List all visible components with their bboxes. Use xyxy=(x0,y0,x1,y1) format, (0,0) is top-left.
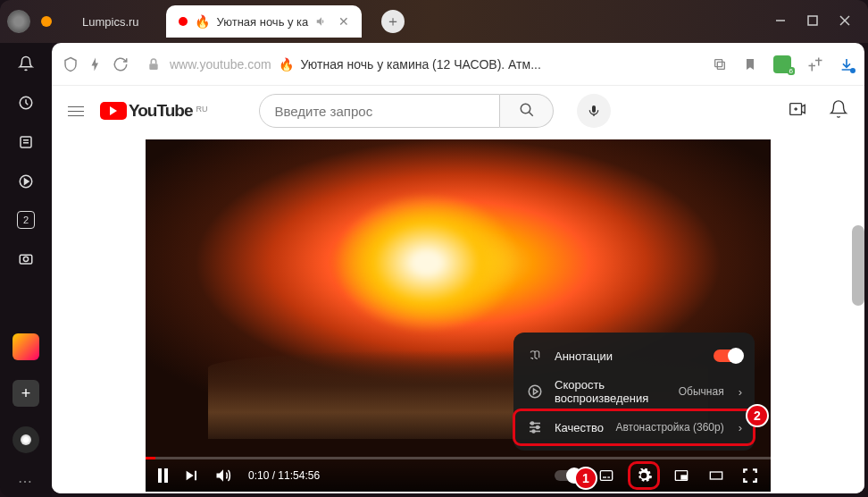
tab-title: Уютная ночь у ка xyxy=(217,15,309,29)
more-icon[interactable]: ⋯ xyxy=(18,473,34,490)
svg-rect-25 xyxy=(600,471,612,481)
pause-button[interactable] xyxy=(158,468,168,483)
volume-button[interactable] xyxy=(214,467,232,484)
collections-icon[interactable]: 2 xyxy=(17,211,35,229)
media-icon[interactable] xyxy=(16,172,36,191)
maximize-button[interactable] xyxy=(807,13,818,29)
menu-label: Качество xyxy=(555,421,605,434)
subtitles-button[interactable] xyxy=(597,468,615,483)
ya-logo-icon[interactable] xyxy=(88,56,104,72)
shield-icon[interactable] xyxy=(63,56,79,72)
svg-rect-30 xyxy=(710,472,722,479)
svg-line-15 xyxy=(529,112,533,116)
tab-title: Lumpics.ru xyxy=(82,15,139,29)
fire-emoji-icon: 🔥 xyxy=(279,57,294,72)
lock-icon[interactable] xyxy=(146,57,161,72)
search-form xyxy=(259,94,554,128)
address-bar: www.youtube.com 🔥 Уютная ночь у камина (… xyxy=(52,43,864,86)
svg-rect-11 xyxy=(149,63,157,70)
quality-icon xyxy=(526,419,544,435)
fire-favicon: 🔥 xyxy=(195,14,210,29)
menu-label: Скорость воспроизведения xyxy=(555,378,668,405)
region-label: RU xyxy=(196,105,207,114)
annotations-icon xyxy=(526,350,544,362)
settings-button[interactable] xyxy=(631,465,656,486)
url-display[interactable]: www.youtube.com 🔥 Уютная ночь у камина (… xyxy=(170,57,541,72)
downloads-icon[interactable] xyxy=(839,57,854,72)
svg-rect-1 xyxy=(808,16,817,25)
window-controls xyxy=(775,13,861,29)
time-display: 0:10 / 11:54:56 xyxy=(248,469,320,482)
browser-tab-active[interactable]: 🔥 Уютная ночь у ка ✕ xyxy=(166,5,363,38)
page-title: Уютная ночь у камина (12 ЧАСОВ). Атм... xyxy=(301,57,541,72)
search-input[interactable] xyxy=(259,94,500,128)
add-shortcut-button[interactable]: + xyxy=(13,380,39,407)
status-dot xyxy=(41,16,52,27)
news-icon[interactable] xyxy=(16,132,36,152)
youtube-header: YouTube RU xyxy=(52,86,864,136)
miniplayer-button[interactable] xyxy=(672,468,690,483)
url-domain: www.youtube.com xyxy=(170,57,271,72)
browser-tab-inactive[interactable]: Lumpics.ru xyxy=(70,5,152,38)
create-button[interactable] xyxy=(788,99,807,122)
close-window-button[interactable] xyxy=(839,13,850,29)
browser-viewport: www.youtube.com 🔥 Уютная ночь у камина (… xyxy=(52,43,864,493)
svg-rect-13 xyxy=(715,59,722,66)
speed-icon xyxy=(526,383,544,400)
notifications-icon[interactable] xyxy=(16,54,36,73)
bookmark-icon[interactable] xyxy=(743,57,757,72)
history-icon[interactable] xyxy=(16,93,36,113)
menu-label: Аннотации xyxy=(555,350,703,363)
tab-close-icon[interactable]: ✕ xyxy=(338,14,349,29)
voice-search-button[interactable] xyxy=(577,94,611,128)
theater-button[interactable] xyxy=(706,468,726,483)
menu-icon[interactable] xyxy=(68,103,84,120)
fullscreen-button[interactable] xyxy=(742,468,758,484)
video-player[interactable]: Аннотации Скорость воспроизведения Обычн… xyxy=(146,139,771,492)
new-tab-button[interactable]: ＋ xyxy=(381,10,405,33)
minimize-button[interactable] xyxy=(775,13,786,29)
player-controls: 0:10 / 11:54:56 xyxy=(146,459,771,492)
callout-badge-1: 1 xyxy=(574,467,597,490)
video-container: Аннотации Скорость воспроизведения Обычн… xyxy=(52,136,864,493)
window-titlebar: Lumpics.ru 🔥 Уютная ночь у ка ✕ ＋ xyxy=(0,0,868,43)
browser-sidebar: 2 + ⋯ xyxy=(0,43,52,497)
mail-app-icon[interactable] xyxy=(13,333,39,360)
menu-value: Автонастройка (360p) xyxy=(615,421,723,434)
svg-rect-12 xyxy=(717,62,724,69)
notifications-button[interactable] xyxy=(829,99,848,122)
youtube-logo[interactable]: YouTube RU xyxy=(100,101,207,121)
tab-mute-icon[interactable] xyxy=(315,15,328,28)
camera-icon[interactable] xyxy=(16,248,36,268)
feedback-icon[interactable] xyxy=(807,56,823,72)
svg-point-23 xyxy=(537,426,539,429)
profile-avatar[interactable] xyxy=(7,10,30,33)
scrollbar[interactable] xyxy=(852,225,864,306)
search-button[interactable] xyxy=(500,94,554,128)
callout-badge-2: 2 xyxy=(746,404,769,427)
player-settings-menu: Аннотации Скорость воспроизведения Обычн… xyxy=(513,333,755,451)
youtube-logo-icon xyxy=(100,102,127,120)
chevron-right-icon: › xyxy=(739,385,742,399)
svg-rect-16 xyxy=(592,105,596,113)
svg-rect-29 xyxy=(681,476,686,479)
chevron-right-icon: › xyxy=(739,421,742,434)
menu-value: Обычная xyxy=(679,385,724,398)
settings-speed-row[interactable]: Скорость воспроизведения Обычная › xyxy=(513,374,755,409)
copy-icon[interactable] xyxy=(713,57,727,72)
settings-annotations-row[interactable]: Аннотации xyxy=(513,338,755,374)
youtube-favicon xyxy=(179,17,188,26)
annotations-toggle[interactable] xyxy=(714,350,742,362)
extension-icon[interactable] xyxy=(773,55,791,73)
settings-quality-row[interactable]: Качество Автонастройка (360p) › xyxy=(513,409,755,445)
yandex-icon[interactable] xyxy=(13,426,39,453)
svg-point-14 xyxy=(521,104,530,114)
svg-point-10 xyxy=(23,257,28,261)
youtube-logo-text: YouTube xyxy=(129,101,192,121)
reload-icon[interactable] xyxy=(113,56,129,72)
svg-point-24 xyxy=(532,430,535,433)
next-button[interactable] xyxy=(184,468,198,483)
svg-point-18 xyxy=(529,385,541,398)
svg-point-22 xyxy=(531,422,534,425)
